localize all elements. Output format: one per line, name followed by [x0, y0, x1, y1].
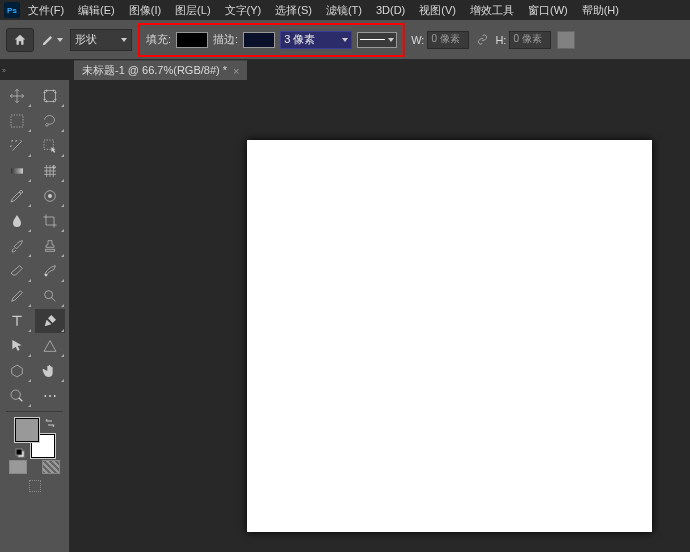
close-tab-button[interactable]: ×	[233, 65, 239, 77]
pen-tool[interactable]	[35, 309, 65, 333]
hand-icon	[42, 363, 58, 379]
chevron-down-icon	[57, 38, 63, 42]
dodge-tool[interactable]	[35, 284, 65, 308]
hexagon-icon	[9, 363, 25, 379]
chevron-down-icon	[121, 38, 127, 42]
stamp-icon	[42, 238, 58, 254]
stroke-line-icon	[360, 39, 385, 40]
frame-icon	[42, 163, 58, 179]
expand-icon: »	[2, 67, 6, 74]
swap-colors-icon[interactable]	[45, 418, 55, 428]
menu-plugins[interactable]: 增效工具	[464, 2, 520, 19]
path-select-tool[interactable]	[2, 334, 32, 358]
custom-shape-tool[interactable]	[35, 334, 65, 358]
eyedropper-icon	[9, 188, 25, 204]
type-tool[interactable]	[2, 309, 32, 333]
stroke-width-input[interactable]: 3 像素	[280, 31, 352, 49]
shape-tool[interactable]	[2, 359, 32, 383]
height-input[interactable]: 0 像素	[509, 31, 551, 49]
menu-3d[interactable]: 3D(D)	[370, 3, 411, 17]
pencil-tool[interactable]	[2, 284, 32, 308]
menu-layer[interactable]: 图层(L)	[169, 2, 216, 19]
lasso-icon	[42, 113, 58, 129]
document-tab[interactable]: 未标题-1 @ 66.7%(RGB/8#) * ×	[74, 60, 247, 80]
tool-mode-select[interactable]: 形状	[70, 29, 132, 51]
history-brush-tool[interactable]	[35, 259, 65, 283]
marquee-tool[interactable]	[2, 109, 32, 133]
eyedropper-tool[interactable]	[2, 184, 32, 208]
fill-swatch[interactable]	[176, 32, 208, 48]
clone-stamp-tool[interactable]	[35, 234, 65, 258]
chevron-down-icon	[388, 38, 394, 42]
fill-stroke-group: 填充: 描边: 3 像素	[138, 23, 405, 57]
width-input[interactable]: 0 像素	[427, 31, 469, 49]
zoom-tool[interactable]	[2, 384, 32, 408]
home-button[interactable]	[6, 28, 34, 52]
gradient-tool[interactable]	[2, 159, 32, 183]
marquee-icon	[9, 113, 25, 129]
menu-edit[interactable]: 编辑(E)	[72, 2, 121, 19]
type-icon	[9, 313, 25, 329]
document-tab-bar: 未标题-1 @ 66.7%(RGB/8#) * ×	[0, 60, 690, 80]
quick-mask-row	[2, 460, 67, 474]
crop-tool[interactable]	[35, 209, 65, 233]
edit-toolbar-button[interactable]: ⋯	[35, 384, 65, 408]
brush-tool[interactable]	[2, 234, 32, 258]
height-group: H: 0 像素	[495, 31, 551, 49]
fill-label: 填充:	[146, 32, 171, 47]
menu-window[interactable]: 窗口(W)	[522, 2, 574, 19]
screen-mode-row	[2, 480, 67, 492]
link-dimensions-button[interactable]	[475, 33, 489, 47]
object-select-tool[interactable]	[35, 134, 65, 158]
magic-wand-tool[interactable]	[2, 134, 32, 158]
artboard-tool[interactable]	[35, 84, 65, 108]
color-swatches	[15, 418, 55, 458]
frame-tool[interactable]	[35, 159, 65, 183]
gradient-icon	[9, 163, 25, 179]
zoom-icon	[9, 388, 25, 404]
menu-filter[interactable]: 滤镜(T)	[320, 2, 368, 19]
document-canvas[interactable]	[247, 140, 652, 532]
menu-file[interactable]: 文件(F)	[22, 2, 70, 19]
svg-point-9	[11, 390, 20, 399]
tool-mode-label: 形状	[75, 32, 97, 47]
panel-collapse-strip[interactable]: »	[0, 60, 8, 80]
chevron-down-icon	[342, 38, 348, 42]
menu-view[interactable]: 视图(V)	[413, 2, 462, 19]
move-tool[interactable]	[2, 84, 32, 108]
path-align-button[interactable]	[557, 31, 575, 49]
artboard-icon	[42, 88, 58, 104]
svg-rect-0	[45, 91, 56, 102]
heal-icon	[42, 188, 58, 204]
history-brush-icon	[42, 263, 58, 279]
quick-mask-button[interactable]	[42, 460, 60, 474]
dodge-icon	[42, 288, 58, 304]
paint-bucket-tool[interactable]	[2, 209, 32, 233]
screen-mode-button[interactable]	[29, 480, 41, 492]
toolbar-separator	[6, 411, 63, 412]
spot-heal-tool[interactable]	[35, 184, 65, 208]
move-icon	[9, 88, 25, 104]
default-colors-icon[interactable]	[15, 448, 25, 458]
canvas-area[interactable]	[70, 80, 690, 552]
current-tool-icon[interactable]	[40, 33, 64, 47]
menu-select[interactable]: 选择(S)	[269, 2, 318, 19]
stroke-style-select[interactable]	[357, 32, 397, 48]
eraser-tool[interactable]	[2, 259, 32, 283]
foreground-color-swatch[interactable]	[15, 418, 39, 442]
menu-image[interactable]: 图像(I)	[123, 2, 167, 19]
stroke-swatch[interactable]	[243, 32, 275, 48]
triangle-icon	[42, 338, 58, 354]
standard-mode-button[interactable]	[9, 460, 27, 474]
svg-rect-11	[16, 449, 22, 455]
menu-type[interactable]: 文字(Y)	[219, 2, 268, 19]
height-label: H:	[495, 34, 506, 46]
width-group: W: 0 像素	[411, 31, 469, 49]
pen-tool-icon	[42, 313, 58, 329]
menu-help[interactable]: 帮助(H)	[576, 2, 625, 19]
hand-tool[interactable]	[35, 359, 65, 383]
svg-rect-3	[11, 168, 23, 173]
lasso-tool[interactable]	[35, 109, 65, 133]
tools-panel: ⋯	[0, 80, 70, 552]
svg-point-6	[48, 194, 52, 198]
